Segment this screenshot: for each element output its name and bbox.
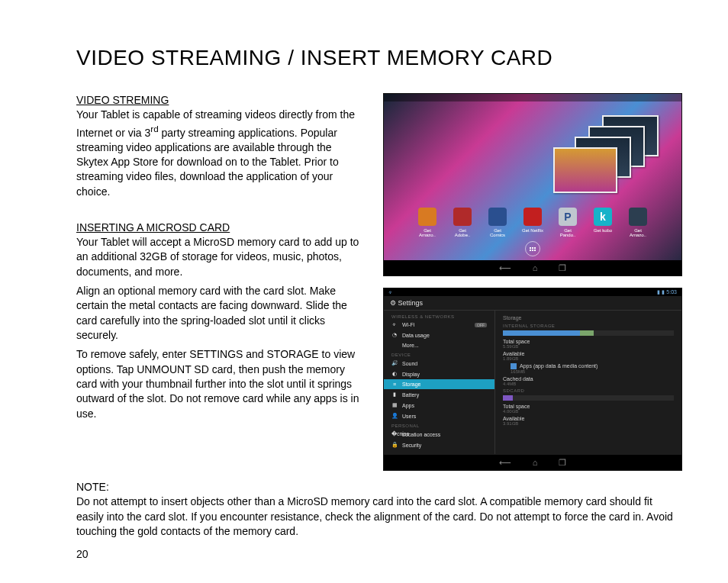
label: Apps (402, 403, 414, 408)
battery-icon: ▮ (391, 391, 398, 398)
sidebar-item-sound: 🔊Sound (384, 358, 494, 369)
app-label: Get Adobe.. (455, 228, 471, 237)
value: 1.89GB (503, 356, 674, 361)
label: More... (402, 343, 419, 348)
label: Apps (app data & media content) (511, 363, 674, 369)
recents-icon: ❐ (559, 458, 566, 468)
label: Cached data (503, 376, 674, 382)
label: Sound (402, 361, 417, 366)
label: Display (402, 372, 420, 377)
category-label: DEVICE (384, 350, 494, 358)
sidebar-item-battery: ▮Battery (384, 389, 494, 400)
kv-cached: Cached data4.4MB (503, 376, 674, 386)
kv-total: Total space5.59GB (503, 339, 674, 349)
settings-icon: ⚙ (390, 299, 396, 307)
sound-icon: 🔊 (391, 360, 398, 366)
category-label: SDCARD (503, 388, 674, 393)
display-icon: ◐ (391, 371, 398, 377)
card (553, 147, 617, 193)
app-label: Get kobo (594, 228, 612, 233)
note-heading: NOTE: (76, 480, 682, 494)
ordinal-sup: rd (150, 124, 158, 134)
label: Total space (503, 339, 674, 344)
home-icon: ⌂ (533, 458, 538, 467)
app-drawer-icon (525, 241, 540, 256)
app-icon: Get Amazo.. (627, 208, 649, 237)
sidebar-item-wifi: ᯤWi-FiOFF (384, 320, 494, 330)
sidebar-item-security: 🔒Security (384, 440, 494, 450)
content-header: Storage (503, 315, 674, 320)
app-icon: kGet kobo (592, 208, 614, 237)
sidebar-item-data-usage: ◔Data usage (384, 330, 494, 340)
label: Available (503, 351, 674, 356)
apps-icon: ▦ (391, 402, 398, 408)
value: 165MB (511, 369, 674, 374)
storage-bar-sdcard (503, 395, 674, 401)
recents-icon: ❐ (559, 263, 566, 273)
app-icon: Get Amazo.. (417, 208, 438, 237)
status-bar (384, 94, 681, 101)
label: Location access (402, 432, 440, 437)
section-heading-microsd: INSERTING A MICROSD CARD (76, 221, 364, 235)
section-heading-video: VIDEO STREMING (76, 93, 364, 108)
wifi-icon: ᯤ (391, 322, 398, 327)
app-icon: PGet Pando.. (557, 208, 578, 237)
sidebar-item-display: ◐Display (384, 369, 494, 379)
category-label: WIRELESS & NETWORKS (384, 312, 494, 320)
note-body: Do not attempt to insert objects other t… (76, 494, 682, 539)
category-label: INTERNAL STORAGE (503, 324, 674, 328)
location-icon: �співе (391, 431, 398, 437)
value: 3.91GB (503, 421, 674, 426)
kv-apps: Apps (app data & media content)165MB (503, 363, 674, 374)
users-icon: 👤 (391, 413, 398, 419)
back-icon: ⟵ (499, 263, 511, 273)
app-label: Get Amazo.. (419, 228, 436, 237)
settings-title-text: Settings (398, 299, 424, 307)
kv-sd-total: Total space4.00GB (503, 404, 674, 414)
microsd-p1: Your Tablet will accept a MicroSD memory… (76, 235, 364, 279)
settings-content: Storage INTERNAL STORAGE Total space5.59… (495, 311, 681, 454)
storage-bar-internal (503, 330, 674, 336)
swatch-icon (511, 363, 517, 369)
back-icon: ⟵ (499, 458, 511, 468)
video-streaming-paragraph: Your Tablet is capable of streaming vide… (76, 108, 364, 199)
lock-icon: 🔒 (391, 442, 398, 448)
label: Users (402, 414, 416, 419)
kv-sd-avail: Available3.91GB (503, 416, 674, 426)
status-bar: ᯤ ▮ ▮ 5:03 (384, 288, 681, 296)
app-label: Get Pando.. (560, 228, 576, 237)
status-right: ▮ ▮ 5:03 (657, 289, 677, 295)
label: Total space (503, 404, 674, 409)
app-label: Get Comics (490, 228, 505, 237)
sidebar-item-more: More... (384, 340, 494, 350)
data-icon: ◔ (391, 332, 398, 338)
app-icon: Get Comics (487, 208, 508, 237)
value: 4.4MB (503, 382, 674, 386)
recent-apps-stack (552, 115, 659, 199)
label: Available (503, 416, 674, 421)
app-icon: Get Adobe.. (452, 208, 473, 237)
settings-header: ⚙ Settings (384, 296, 681, 311)
sidebar-item-users: 👤Users (384, 411, 494, 421)
kv-available: Available1.89GB (503, 351, 674, 361)
app-icon-row: Get Amazo.. Get Adobe.. Get Comics Get N… (417, 208, 649, 237)
screenshot-settings-storage: ᯤ ▮ ▮ 5:03 ⚙ Settings WIRELESS & NETWORK… (383, 288, 682, 471)
sidebar-item-apps: ▦Apps (384, 400, 494, 411)
storage-icon: ≡ (391, 382, 398, 387)
label: Data usage (402, 333, 430, 338)
page-title: VIDEO STREAMING / INSERT MEMORY CARD (76, 46, 682, 70)
app-label: Get Amazo.. (630, 228, 646, 237)
screenshot-tablet-home: Get Amazo.. Get Adobe.. Get Comics Get N… (383, 93, 682, 276)
sidebar-item-storage: ≡Storage (384, 379, 494, 389)
value: 5.59GB (503, 344, 674, 349)
status-left: ᯤ (388, 290, 394, 295)
microsd-p2: Align an optional memory card with the c… (76, 284, 364, 343)
category-label: PERSONAL (384, 421, 494, 429)
wifi-toggle: OFF (475, 323, 487, 327)
home-icon: ⌂ (533, 263, 538, 272)
settings-sidebar: WIRELESS & NETWORKS ᯤWi-FiOFF ◔Data usag… (384, 311, 495, 454)
microsd-p3: To remove safely, enter SETTINGS and STO… (76, 347, 364, 421)
page-number: 20 (76, 548, 89, 560)
label: Security (402, 443, 421, 448)
nav-bar: ⟵ ⌂ ❐ (384, 260, 681, 275)
